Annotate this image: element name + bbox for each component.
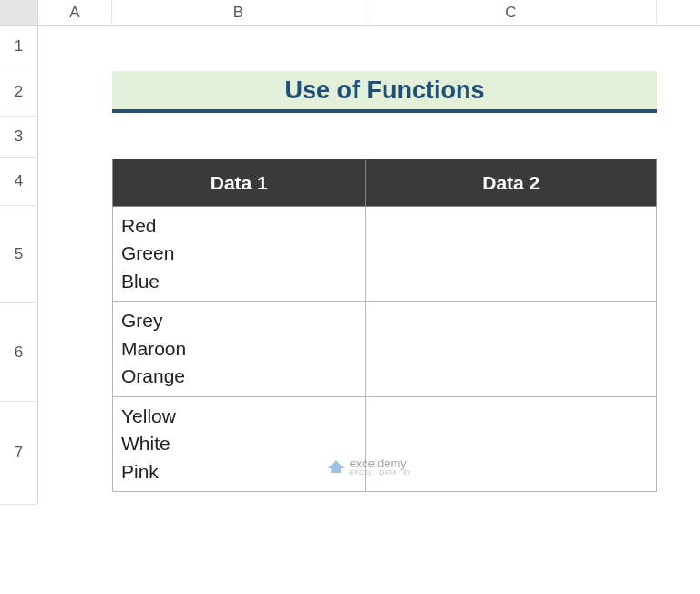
cell-c6[interactable]	[365, 302, 656, 396]
spreadsheet-view: A B C 1 2 3 4 5 6 7 Use of Functions Dat…	[0, 0, 700, 594]
data-table: Data 1 Data 2 Red Green Blue Grey Maroon…	[112, 159, 657, 492]
column-header-b[interactable]: B	[112, 0, 365, 25]
cell-b7[interactable]: Yellow White Pink	[113, 396, 366, 491]
cell-b5[interactable]: Red Green Blue	[113, 207, 366, 302]
column-header-c[interactable]: C	[365, 0, 657, 25]
row-header-5[interactable]: 5	[0, 206, 37, 303]
row-header-4[interactable]: 4	[0, 158, 37, 206]
table-row: Red Green Blue	[113, 207, 657, 302]
header-data2[interactable]: Data 2	[365, 159, 656, 207]
row-header-7[interactable]: 7	[0, 402, 37, 505]
row-header-6[interactable]: 6	[0, 303, 37, 402]
watermark-tag: EXCEL · DATA · BI	[350, 469, 411, 476]
header-data1[interactable]: Data 1	[113, 159, 366, 207]
table-header-row: Data 1 Data 2	[113, 159, 657, 207]
select-all-corner[interactable]	[0, 0, 38, 25]
row-header-2[interactable]: 2	[0, 67, 37, 117]
row-header-1[interactable]: 1	[0, 26, 37, 67]
cell-c7[interactable]	[365, 396, 656, 491]
watermark: exceldemy EXCEL · DATA · BI	[328, 457, 411, 476]
cells-area[interactable]: Use of Functions Data 1 Data 2 Red Green…	[38, 26, 700, 505]
watermark-brand: exceldemy	[350, 457, 411, 469]
cell-c5[interactable]	[365, 207, 656, 302]
row-header-3[interactable]: 3	[0, 117, 37, 158]
sheet-title[interactable]: Use of Functions	[112, 71, 657, 113]
house-icon	[328, 460, 345, 473]
cell-b6[interactable]: Grey Maroon Orange	[113, 302, 366, 396]
grid-body: 1 2 3 4 5 6 7 Use of Functions Data 1 Da…	[0, 26, 700, 505]
table-row: Yellow White Pink	[113, 396, 657, 491]
column-header-a[interactable]: A	[38, 0, 112, 25]
column-headers: A B C	[0, 0, 700, 26]
watermark-text: exceldemy EXCEL · DATA · BI	[350, 457, 411, 476]
row-headers: 1 2 3 4 5 6 7	[0, 26, 38, 505]
table-row: Grey Maroon Orange	[113, 302, 657, 396]
